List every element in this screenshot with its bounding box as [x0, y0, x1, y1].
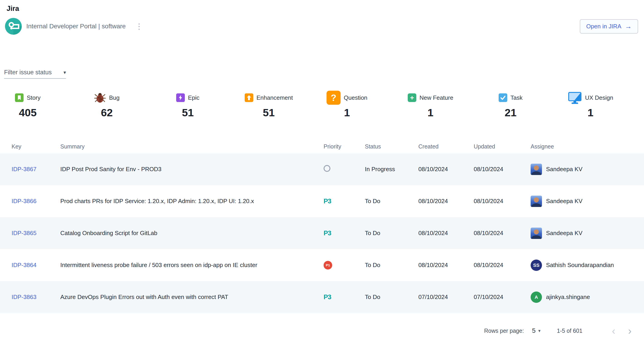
filter-label: Filter issue status	[4, 69, 52, 76]
priority-p3-icon: P3	[324, 229, 331, 237]
issue-status: To Do	[365, 262, 418, 269]
counter-ux-design: UX Design 1	[568, 90, 613, 119]
column-header-key: Key	[12, 143, 60, 150]
priority-none-icon	[324, 165, 330, 172]
story-icon	[15, 93, 24, 102]
issue-summary: Prod charts PRs for IDP Service: 1.20.x,…	[60, 198, 324, 205]
counter-question: ? Question 1	[326, 90, 367, 119]
counter-label: New Feature	[420, 94, 453, 101]
priority-p3-icon: P3	[324, 197, 331, 205]
open-in-jira-button[interactable]: Open in JIRA →	[580, 19, 638, 33]
assignee-avatar: A	[530, 292, 542, 303]
assignee-avatar	[530, 228, 542, 239]
priority-p3-icon: P3	[324, 293, 331, 301]
more-options-icon[interactable]: ⋮	[135, 22, 143, 30]
counter-label: Bug	[109, 94, 120, 101]
counter-count: 51	[182, 106, 194, 119]
column-header-summary: Summary	[60, 143, 324, 150]
assignee-name: Sandeepa KV	[546, 198, 582, 205]
arrow-right-icon: →	[625, 23, 632, 30]
issue-updated-date: 08/10/2024	[474, 198, 530, 205]
counter-count: 62	[101, 106, 113, 119]
issue-key-link[interactable]: IDP-3865	[12, 230, 36, 236]
priority-p1-icon: P1	[324, 261, 332, 270]
table-row[interactable]: IDP-3864 Intermittent liveness probe fai…	[0, 249, 644, 281]
bug-icon	[94, 92, 106, 104]
counter-count: 51	[263, 106, 274, 119]
counter-label: Story	[27, 94, 40, 101]
epic-icon	[176, 93, 185, 102]
rows-per-page-value: 5	[532, 327, 536, 334]
question-icon: ?	[326, 91, 340, 105]
assignee-name: Sandeepa KV	[546, 166, 582, 173]
column-header-status: Status	[365, 143, 418, 150]
issues-table: Key Summary Priority Status Created Upda…	[0, 140, 644, 313]
issue-key-link[interactable]: IDP-3863	[12, 294, 36, 300]
issue-type-counters: Story 405	[0, 90, 644, 119]
assignee-avatar	[530, 164, 542, 175]
issue-summary: Azure DevOps Plugin Errors out with Auth…	[60, 294, 324, 301]
counter-story: Story 405	[15, 90, 40, 119]
column-header-assignee: Assignee	[530, 143, 640, 150]
issue-created-date: 08/10/2024	[418, 262, 474, 269]
table-row[interactable]: IDP-3867 IDP Post Prod Sanity for Env - …	[0, 153, 644, 185]
table-row[interactable]: IDP-3865 Catalog Onboarding Script for G…	[0, 217, 644, 249]
assignee-name: ajinkya.shingane	[546, 294, 590, 301]
project-name: Internal Developer Portal | software	[26, 23, 126, 30]
open-in-jira-label: Open in JIRA	[586, 23, 621, 30]
new-feature-icon: +	[408, 93, 416, 102]
issue-status: To Do	[365, 198, 418, 205]
pagination-range: 1-5 of 601	[557, 328, 582, 334]
issue-created-date: 08/10/2024	[418, 230, 474, 237]
counter-count: 1	[344, 106, 350, 119]
table-header-row: Key Summary Priority Status Created Upda…	[0, 140, 644, 153]
counter-label: Question	[344, 94, 367, 101]
counter-enhancement: Enhancement 51	[245, 90, 293, 119]
counter-bug: Bug 62	[94, 90, 120, 119]
issue-status: In Progress	[365, 166, 418, 173]
enhancement-icon	[245, 93, 253, 102]
rows-per-page-label: Rows per page:	[484, 328, 524, 334]
counter-count: 405	[19, 106, 36, 119]
pagination-bar: Rows per page: 5 ▾ 1-5 of 601 ‹ ›	[0, 326, 644, 336]
issue-created-date: 08/10/2024	[418, 166, 474, 173]
counter-label: Task	[510, 94, 522, 101]
column-header-updated: Updated	[474, 143, 530, 150]
counter-label: Enhancement	[256, 94, 293, 101]
counter-count: 1	[428, 106, 433, 119]
ux-design-icon	[568, 91, 582, 105]
issue-status: To Do	[365, 294, 418, 301]
issue-updated-date: 08/10/2024	[474, 262, 530, 269]
table-row[interactable]: IDP-3863 Azure DevOps Plugin Errors out …	[0, 281, 644, 313]
jira-plugin-page: Jira Internal Developer Portal | softwar…	[0, 4, 644, 336]
counter-label: Epic	[188, 94, 200, 101]
project-header: Internal Developer Portal | software ⋮ O…	[5, 18, 638, 35]
issue-summary: Intermittent liveness probe failure / 50…	[60, 262, 324, 269]
issue-key-link[interactable]: IDP-3864	[12, 262, 36, 268]
previous-page-button[interactable]: ‹	[612, 326, 615, 336]
issue-status: To Do	[365, 230, 418, 237]
table-row[interactable]: IDP-3866 Prod charts PRs for IDP Service…	[0, 185, 644, 217]
assignee-name: Sathish Soundarapandian	[546, 262, 614, 269]
page-title: Jira	[6, 4, 644, 13]
issue-updated-date: 08/10/2024	[474, 166, 530, 173]
assignee-name: Sandeepa KV	[546, 230, 582, 237]
issue-updated-date: 07/10/2024	[474, 294, 530, 301]
counter-epic: Epic 51	[176, 90, 200, 119]
project-logo-icon	[5, 18, 22, 35]
assignee-avatar	[530, 196, 542, 207]
task-icon	[499, 93, 507, 102]
issue-summary: IDP Post Prod Sanity for Env - PROD3	[60, 166, 324, 173]
filter-issue-status-dropdown[interactable]: Filter issue status ▾	[4, 69, 66, 79]
caret-down-icon: ▾	[538, 328, 540, 334]
issue-key-link[interactable]: IDP-3866	[12, 198, 36, 204]
rows-per-page-select[interactable]: 5 ▾	[532, 327, 540, 334]
counter-label: UX Design	[585, 94, 613, 101]
issue-key-link[interactable]: IDP-3867	[12, 166, 36, 172]
issue-created-date: 08/10/2024	[418, 198, 474, 205]
issue-summary: Catalog Onboarding Script for GitLab	[60, 230, 324, 237]
next-page-button[interactable]: ›	[628, 326, 632, 336]
counter-task: Task 21	[499, 90, 522, 119]
caret-down-icon: ▾	[64, 70, 66, 75]
issue-updated-date: 08/10/2024	[474, 230, 530, 237]
